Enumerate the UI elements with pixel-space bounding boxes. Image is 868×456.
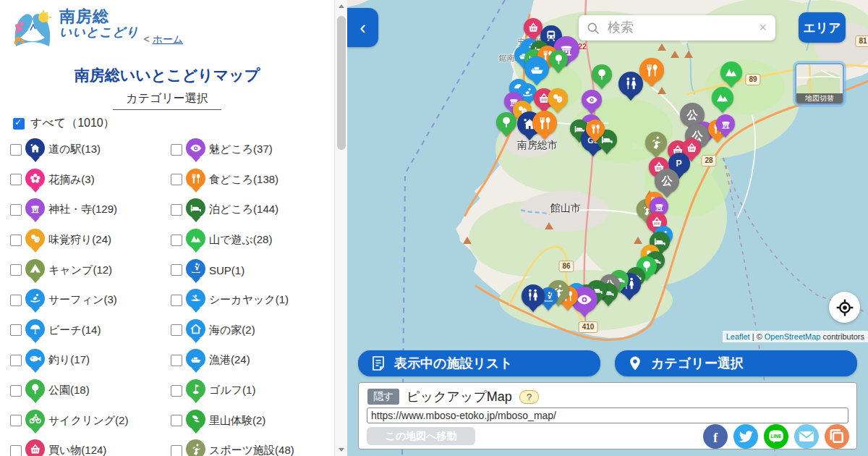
- category-item[interactable]: 山で遊ぶ(28): [171, 232, 331, 248]
- fish-icon: [25, 349, 45, 368]
- category-item[interactable]: キャンプ(12): [10, 262, 171, 279]
- category-item[interactable]: 神社・寺(129): [10, 201, 171, 218]
- category-label: 里山体験(2): [209, 414, 265, 428]
- document-icon: [370, 355, 387, 372]
- category-checkbox[interactable]: [10, 264, 22, 276]
- social-buttons: fLINE: [703, 424, 849, 449]
- area-button[interactable]: エリア: [799, 12, 846, 43]
- category-item[interactable]: 里山体験(2): [171, 413, 331, 429]
- category-item[interactable]: ビーチ(14): [10, 322, 171, 339]
- category-item[interactable]: サーフィン(3): [10, 292, 171, 308]
- category-checkbox[interactable]: [171, 324, 182, 336]
- category-item[interactable]: 釣り(17): [10, 352, 171, 368]
- page-title: 南房総いいとこどりマップ: [0, 65, 334, 85]
- facility-list-button[interactable]: 表示中の施設リスト: [358, 350, 600, 376]
- geolocate-button[interactable]: [829, 292, 860, 323]
- category-item[interactable]: 海の家(2): [171, 322, 331, 339]
- svg-text:f: f: [713, 431, 718, 445]
- leaflet-link[interactable]: Leaflet: [726, 332, 750, 341]
- sidebar-collapse-button[interactable]: ‹: [347, 8, 378, 47]
- shrine-icon: [25, 198, 45, 218]
- category-checkbox[interactable]: [10, 355, 22, 366]
- shrine-marker[interactable]: [716, 114, 735, 138]
- category-item[interactable]: ゴルフ(1): [171, 382, 331, 399]
- category-item[interactable]: 泊どころ(144): [171, 201, 331, 218]
- category-item[interactable]: 魅どころ(37): [171, 141, 331, 158]
- tree-marker[interactable]: [496, 112, 516, 137]
- category-checkbox[interactable]: [171, 445, 182, 456]
- facebook-share-icon[interactable]: f: [703, 424, 728, 449]
- goto-map-button[interactable]: この地図へ移動: [367, 427, 475, 445]
- category-checkbox[interactable]: [10, 144, 22, 156]
- category-checkbox[interactable]: [10, 295, 22, 306]
- category-checkbox[interactable]: [171, 415, 182, 426]
- cutlery-marker[interactable]: [639, 58, 664, 87]
- hide-button[interactable]: 隠す: [367, 389, 399, 405]
- category-all-row[interactable]: すべて（1010）: [13, 116, 115, 131]
- help-badge[interactable]: ?: [519, 390, 539, 404]
- home-link[interactable]: ホーム: [152, 33, 183, 45]
- fruit-marker[interactable]: [548, 88, 568, 113]
- category-label: 山で遊ぶ(28): [209, 233, 272, 247]
- scrollbar-down-icon[interactable]: [335, 444, 348, 456]
- category-item[interactable]: 漁港(24): [171, 352, 331, 368]
- cutlery-marker[interactable]: [532, 111, 557, 140]
- category-item[interactable]: 味覚狩り(24): [10, 232, 171, 248]
- copy-share-icon[interactable]: [825, 424, 849, 449]
- eye-marker[interactable]: [582, 90, 602, 114]
- sports-marker[interactable]: [645, 132, 667, 158]
- mountain-icon: [186, 229, 205, 248]
- mountain-marker[interactable]: [720, 62, 742, 88]
- category-checkbox[interactable]: [171, 204, 182, 216]
- all-checkbox[interactable]: [13, 118, 25, 130]
- toilet-marker[interactable]: [522, 284, 545, 312]
- logo[interactable]: 南房総 いいとこどり < ホーム: [12, 9, 183, 49]
- category-item[interactable]: 公園(18): [10, 382, 171, 399]
- category-item[interactable]: 買い物(124): [10, 442, 171, 456]
- category-checkbox[interactable]: [171, 144, 182, 156]
- mountain-marker[interactable]: [712, 87, 733, 113]
- category-checkbox[interactable]: [10, 235, 22, 246]
- category-label: サーフィン(3): [48, 293, 117, 307]
- osm-link[interactable]: OpenStreetMap: [765, 332, 821, 341]
- category-checkbox[interactable]: [10, 324, 22, 336]
- boat-marker[interactable]: [524, 56, 549, 85]
- category-checkbox[interactable]: [10, 445, 22, 456]
- sup-icon: [186, 259, 205, 279]
- category-item[interactable]: サイクリング(2): [10, 413, 171, 429]
- sidebar-scrollbar[interactable]: [334, 0, 348, 456]
- category-item[interactable]: 花摘み(3): [10, 172, 171, 188]
- category-checkbox[interactable]: [171, 264, 182, 276]
- category-checkbox[interactable]: [10, 204, 22, 216]
- category-checkbox[interactable]: [171, 235, 182, 246]
- category-item[interactable]: 食どころ(138): [171, 172, 331, 188]
- category-checkbox[interactable]: [171, 355, 182, 366]
- share-url-input[interactable]: [367, 408, 848, 423]
- category-checkbox[interactable]: [10, 174, 22, 185]
- category-checkbox[interactable]: [171, 174, 182, 185]
- cutlery-marker[interactable]: [586, 119, 605, 143]
- category-item[interactable]: 道の駅(13): [10, 141, 171, 158]
- category-checkbox[interactable]: [10, 415, 22, 426]
- map-canvas[interactable]: 安房郡鋸南町南房総市館山市 2289288681410 GS公公P公公 ‹ × …: [347, 0, 868, 456]
- category-checkbox[interactable]: [10, 385, 22, 397]
- category-checkbox[interactable]: [171, 385, 182, 397]
- attribution-suffix: contributors: [820, 332, 864, 341]
- line-share-icon[interactable]: LINE: [764, 424, 788, 449]
- search-clear-icon[interactable]: ×: [757, 20, 768, 35]
- twitter-share-icon[interactable]: [733, 424, 758, 449]
- category-item[interactable]: シーカヤック(1): [171, 292, 331, 308]
- category-checkbox[interactable]: [171, 295, 182, 306]
- tree-marker[interactable]: [592, 64, 612, 89]
- mail-share-icon[interactable]: [794, 424, 819, 449]
- tree-marker[interactable]: [549, 50, 568, 73]
- scrollbar-up-icon[interactable]: [335, 0, 348, 12]
- category-item[interactable]: SUP(1): [171, 262, 331, 279]
- category-select-button[interactable]: カテゴリー選択: [615, 350, 857, 376]
- category-label: 食どころ(138): [209, 173, 278, 187]
- category-label: サイクリング(2): [48, 414, 128, 428]
- scrollbar-thumb[interactable]: [337, 16, 346, 150]
- category-item[interactable]: スポーツ施設(48): [171, 442, 331, 456]
- map-switch-thumbnail[interactable]: 地図切替: [795, 63, 844, 105]
- search-input[interactable]: [606, 20, 757, 36]
